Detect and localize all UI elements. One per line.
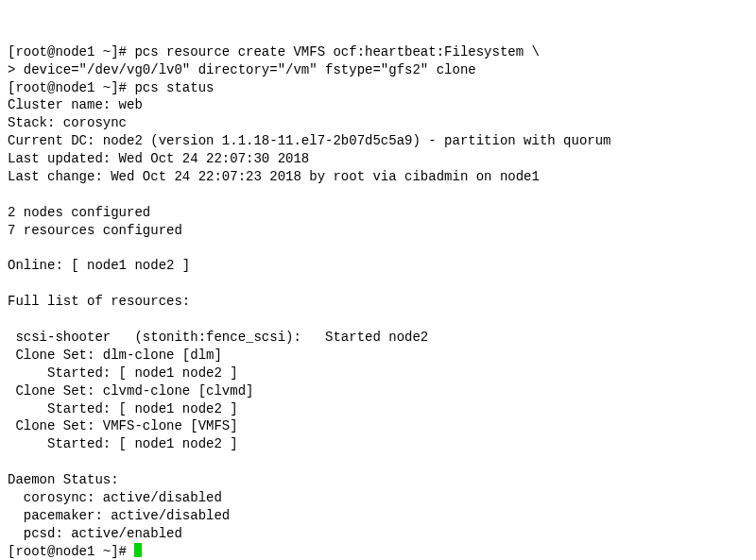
terminal-line: [root@node1 ~]# pcs status — [8, 80, 214, 95]
terminal-line: Started: [ node1 node2 ] — [8, 401, 238, 416]
terminal-line: [root@node1 ~]# pcs resource create VMFS… — [8, 44, 540, 59]
terminal-line: 2 nodes configured — [8, 205, 150, 220]
cursor-icon — [134, 543, 142, 557]
terminal-line: Clone Set: dlm-clone [dlm] — [8, 348, 222, 363]
terminal-line: Daemon Status: — [8, 472, 119, 487]
terminal-line: Clone Set: clvmd-clone [clvmd] — [8, 383, 253, 399]
terminal-line: pacemaker: active/disabled — [8, 508, 230, 523]
terminal-output[interactable]: [root@node1 ~]# pcs resource create VMFS… — [8, 43, 748, 560]
terminal-line: Started: [ node1 node2 ] — [8, 436, 238, 451]
terminal-line: Last updated: Wed Oct 24 22:07:30 2018 — [8, 151, 309, 166]
terminal-line: Full list of resources: — [8, 294, 190, 309]
terminal-line: pcsd: active/enabled — [8, 526, 182, 541]
terminal-line: Current DC: node2 (version 1.1.18-11.el7… — [8, 133, 611, 148]
terminal-line: Cluster name: web — [8, 97, 143, 112]
terminal-prompt-line[interactable]: [root@node1 ~]# — [8, 544, 142, 559]
terminal-line: corosync: active/disabled — [8, 490, 222, 505]
terminal-line: Stack: corosync — [8, 115, 127, 130]
terminal-line: Last change: Wed Oct 24 22:07:23 2018 by… — [8, 169, 540, 184]
terminal-line: Started: [ node1 node2 ] — [8, 365, 238, 381]
terminal-line: scsi-shooter (stonith:fence_scsi): Start… — [8, 330, 428, 345]
terminal-line: Clone Set: VMFS-clone [VMFS] — [8, 418, 238, 433]
terminal-line: Online: [ node1 node2 ] — [8, 258, 190, 273]
terminal-line: > device="/dev/vg0/lv0" directory="/vm" … — [8, 62, 476, 77]
terminal-prompt: [root@node1 ~]# — [8, 544, 134, 559]
terminal-line: 7 resources configured — [8, 223, 182, 238]
